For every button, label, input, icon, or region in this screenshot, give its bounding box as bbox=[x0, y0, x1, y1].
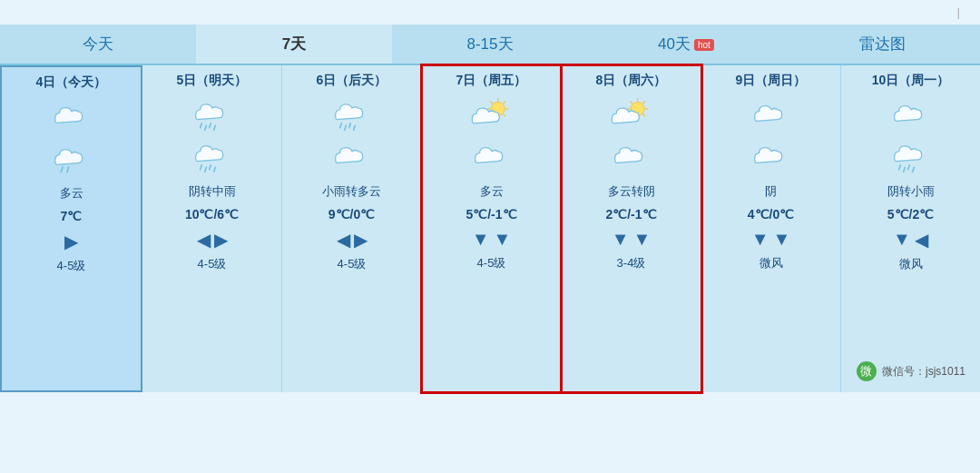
col-date-day6: 6日（后天） bbox=[317, 73, 387, 89]
svg-line-34 bbox=[907, 165, 909, 170]
weather-temp-day8: 2℃/-1℃ bbox=[605, 207, 656, 222]
wind-arrow: ▶ bbox=[214, 229, 228, 251]
svg-line-28 bbox=[630, 102, 632, 103]
wind-arrow: ▶ bbox=[64, 231, 78, 252]
weather-col-day4: 4日（今天）多云7℃▶4-5级 bbox=[0, 65, 142, 392]
wechat-icon: 微 bbox=[857, 361, 877, 381]
nav-tabs: 今天7天8-15天40天hot雷达图 bbox=[0, 25, 980, 64]
svg-line-5 bbox=[213, 125, 215, 130]
svg-line-19 bbox=[490, 102, 492, 103]
svg-line-31 bbox=[642, 102, 644, 103]
svg-line-8 bbox=[209, 165, 211, 170]
svg-line-33 bbox=[903, 167, 905, 172]
wind-level-day10: 微风 bbox=[899, 256, 923, 272]
weather-icon-top-day10 bbox=[887, 96, 935, 134]
wind-arrow: ▼ bbox=[893, 229, 911, 251]
wind-level-day8: 3-4级 bbox=[617, 255, 646, 271]
wind-level-day9: 微风 bbox=[760, 255, 783, 271]
svg-line-7 bbox=[204, 167, 206, 172]
svg-line-35 bbox=[912, 167, 914, 172]
svg-line-22 bbox=[503, 102, 505, 103]
wind-level-day5: 4-5级 bbox=[198, 256, 227, 272]
svg-line-3 bbox=[204, 125, 206, 130]
svg-line-6 bbox=[200, 165, 201, 170]
wind-level-day7: 4-5级 bbox=[477, 255, 506, 271]
weather-icon-top-day4 bbox=[48, 98, 95, 136]
col-date-day10: 10日（周一） bbox=[872, 73, 950, 89]
nav-tab-7days[interactable]: 7天 bbox=[196, 25, 392, 64]
svg-line-10 bbox=[339, 123, 341, 128]
weather-desc-day7: 多云 bbox=[480, 183, 504, 200]
weather-desc-day9: 阴 bbox=[765, 183, 777, 200]
col-date-day9: 9日（周日） bbox=[736, 73, 807, 89]
top-bar: | bbox=[0, 0, 980, 25]
wind-arrows-day9: ▼▼ bbox=[751, 229, 791, 250]
wind-arrow: ▼ bbox=[472, 229, 490, 250]
wind-arrow: ◀ bbox=[337, 229, 350, 251]
weather-temp-day9: 4℃/0℃ bbox=[748, 207, 794, 222]
svg-line-12 bbox=[348, 123, 350, 128]
hot-badge: hot bbox=[694, 39, 714, 51]
col-date-day8: 8日（周六） bbox=[596, 73, 667, 89]
wind-arrows-day6: ◀▶ bbox=[337, 229, 368, 251]
weather-temp-day7: 5℃/-1℃ bbox=[466, 207, 516, 222]
wind-arrow: ▼ bbox=[751, 229, 769, 250]
wind-level-day6: 4-5级 bbox=[338, 256, 367, 272]
weather-icon-top-day6 bbox=[328, 96, 376, 134]
nav-tab-today[interactable]: 今天 bbox=[0, 25, 196, 64]
wind-arrow: ▼ bbox=[612, 229, 630, 250]
weather-desc-day5: 阴转中雨 bbox=[189, 183, 236, 200]
weather-col-day8: 8日（周六）多云转阴2℃/-1℃▼▼3-4级 bbox=[562, 65, 701, 392]
weather-col-day7: 7日（周五）多云5℃/-1℃▼▼4-5级 bbox=[422, 65, 562, 392]
svg-line-2 bbox=[200, 123, 201, 128]
wind-arrows-day7: ▼▼ bbox=[472, 229, 512, 250]
wind-arrow: ▶ bbox=[354, 229, 368, 251]
weather-icon-bottom-day8 bbox=[608, 138, 655, 176]
col-date-day5: 5日（明天） bbox=[177, 73, 248, 89]
svg-line-20 bbox=[503, 114, 505, 116]
col-date-day4: 4日（今天） bbox=[36, 74, 107, 91]
weather-icon-top-day9 bbox=[748, 96, 795, 134]
col-date-day7: 7日（周五） bbox=[456, 73, 527, 89]
svg-line-0 bbox=[61, 167, 63, 172]
nav-tab-40days[interactable]: 40天hot bbox=[588, 25, 784, 64]
weather-temp-day5: 10℃/6℃ bbox=[185, 207, 239, 222]
weather-icon-top-day8 bbox=[608, 96, 655, 134]
weather-col-day5: 5日（明天）阴转中雨10℃/6℃◀▶4-5级 bbox=[142, 65, 282, 392]
weather-col-day10: 10日（周一）阴转小雨5℃/2℃▼◀微风 bbox=[841, 65, 980, 392]
weather-icon-bottom-day7 bbox=[468, 138, 515, 176]
wind-arrows-day8: ▼▼ bbox=[612, 229, 652, 250]
weather-desc-day10: 阴转小雨 bbox=[887, 183, 935, 200]
divider: | bbox=[957, 5, 960, 19]
wechat-label: 微信号：jsjs1011 bbox=[882, 364, 965, 379]
svg-line-11 bbox=[344, 125, 346, 130]
weather-icon-bottom-day10 bbox=[887, 138, 935, 176]
wind-arrows-day5: ◀▶ bbox=[197, 229, 228, 251]
weather-icon-bottom-day9 bbox=[748, 138, 795, 176]
weather-grid: 4日（今天）多云7℃▶4-5级5日（明天）阴转中雨10℃/6℃◀▶4-5级6日（… bbox=[0, 64, 980, 392]
weather-icon-top-day7 bbox=[468, 96, 515, 134]
nav-tab-8-15[interactable]: 8-15天 bbox=[392, 25, 588, 64]
wind-arrow: ▼ bbox=[494, 229, 512, 250]
weather-icon-bottom-day5 bbox=[189, 138, 236, 176]
svg-line-9 bbox=[213, 167, 215, 172]
update-info: | bbox=[952, 5, 965, 19]
weather-desc-day8: 多云转阴 bbox=[608, 183, 655, 200]
weather-desc-day4: 多云 bbox=[60, 185, 83, 202]
wind-arrow: ▼ bbox=[773, 229, 791, 250]
svg-line-32 bbox=[898, 165, 900, 170]
svg-line-4 bbox=[209, 123, 211, 128]
wind-arrows-day4: ▶ bbox=[64, 231, 78, 252]
wechat-info: 微微信号：jsjs1011 bbox=[857, 361, 965, 381]
wind-arrow: ◀ bbox=[915, 229, 928, 251]
wind-arrow: ▼ bbox=[633, 229, 652, 250]
weather-col-day6: 6日（后天）小雨转多云9℃/0℃◀▶4-5级 bbox=[282, 65, 422, 392]
svg-line-29 bbox=[642, 114, 644, 116]
weather-icon-top-day5 bbox=[189, 96, 236, 134]
svg-line-13 bbox=[353, 125, 355, 130]
wind-arrow: ◀ bbox=[197, 229, 211, 251]
weather-app: | 今天7天8-15天40天hot雷达图 4日（今天）多云7℃▶4-5级5日（明… bbox=[0, 0, 980, 392]
nav-tab-radar[interactable]: 雷达图 bbox=[784, 25, 980, 64]
weather-temp-day10: 5℃/2℃ bbox=[887, 207, 934, 222]
weather-icon-bottom-day6 bbox=[328, 138, 376, 176]
